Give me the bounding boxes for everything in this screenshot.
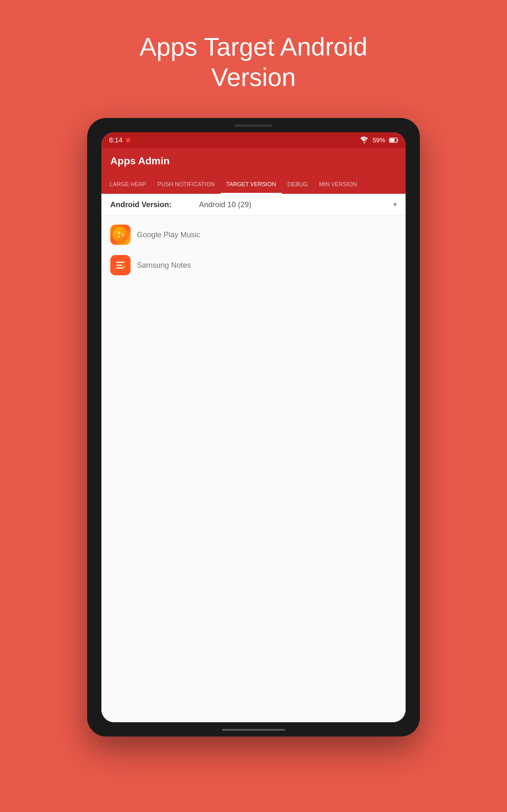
svg-rect-10 (116, 264, 122, 266)
list-item-samsung-notes[interactable]: Samsung Notes (101, 250, 406, 281)
samsung-notes-logo (113, 258, 127, 272)
svg-point-1 (364, 142, 365, 143)
status-icons: 59% (360, 137, 398, 144)
status-time: 8:14 (109, 136, 131, 144)
app-list: Google Play Music Samsung Notes (101, 216, 406, 284)
app-icon-play-music (110, 224, 130, 245)
version-label: Android Version: (110, 200, 199, 209)
tab-debug[interactable]: DEBUG (282, 176, 314, 194)
svg-rect-9 (116, 262, 124, 263)
status-bar: 8:14 59% (101, 132, 406, 148)
page-title: Apps Target Android Version (111, 32, 396, 93)
tabs-bar[interactable]: LARGE HEAP PUSH NOTIFICATION TARGET VERS… (101, 173, 406, 194)
svg-rect-3 (390, 139, 395, 142)
wifi-icon (360, 137, 369, 144)
svg-point-0 (126, 138, 130, 142)
app-bar-title: Apps Admin (110, 155, 170, 167)
tablet-screen: 8:14 59% (101, 132, 406, 722)
svg-rect-11 (116, 267, 123, 269)
version-value: Android 10 (29) (199, 200, 393, 209)
app-icon-samsung-notes (110, 255, 130, 275)
svg-point-7 (118, 233, 122, 237)
record-icon (125, 137, 131, 143)
app-bar: Apps Admin (101, 148, 406, 173)
list-item-google-play-music[interactable]: Google Play Music (101, 219, 406, 250)
tab-min-version[interactable]: MIN VERSION (314, 176, 362, 194)
app-name-google-play-music: Google Play Music (137, 230, 200, 239)
tablet-frame: 8:14 59% (87, 118, 420, 737)
tab-large-heap[interactable]: LARGE HEAP (104, 176, 152, 194)
tab-target-version[interactable]: TARGET VERSION (221, 176, 282, 194)
battery-icon (389, 137, 398, 143)
version-selector-row[interactable]: Android Version: Android 10 (29) ▾ (101, 194, 406, 216)
svg-rect-4 (397, 139, 398, 141)
tab-push-notification[interactable]: PUSH NOTIFICATION (152, 176, 221, 194)
app-name-samsung-notes: Samsung Notes (137, 261, 191, 270)
dropdown-icon[interactable]: ▾ (393, 200, 397, 209)
content-area: Android Version: Android 10 (29) ▾ (101, 194, 406, 722)
play-music-logo (113, 227, 128, 242)
battery-text: 59% (373, 137, 385, 144)
